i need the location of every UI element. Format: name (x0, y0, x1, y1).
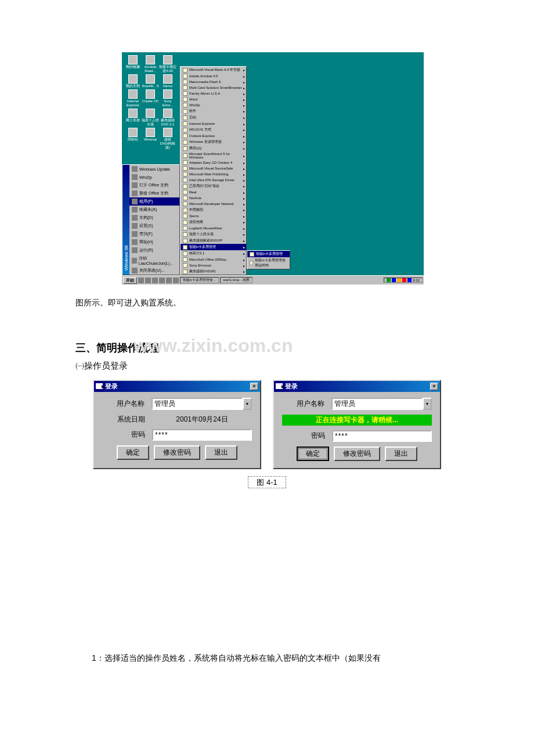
ok-button[interactable]: 确定 (117, 445, 149, 460)
submenu-item[interactable]: Microsoft Web Publishing▸ (181, 171, 246, 177)
exit-button[interactable]: 退出 (205, 445, 237, 460)
quicklaunch-icon[interactable] (152, 278, 158, 283)
submenu-item[interactable]: Outlook Express▸ (181, 133, 246, 139)
submenu-item[interactable]: NetAnts▸ (181, 195, 246, 201)
desktop-icon[interactable]: ScanW... 5 (142, 74, 159, 88)
change-pwd-button[interactable]: 修改密码 (334, 447, 380, 461)
submenu-item[interactable]: Microsoft Visual Basic 6.0 中文版▸ (181, 67, 246, 73)
clock: 8:32 (413, 279, 420, 282)
flyout-item[interactable]: 智能ic卡多用管理使用说明书 (247, 257, 290, 269)
submenu-item[interactable]: 智能ic卡多用管理▸ (181, 244, 246, 250)
start-menu-item[interactable]: 帮助(H) (129, 238, 179, 246)
desktop-icon[interactable]: 网上邻居 (124, 109, 142, 123)
submenu-item[interactable]: Internet Explorer▸ (181, 121, 246, 127)
submenu-item[interactable]: 虚拟光碟▸ (181, 219, 246, 225)
submenu-item[interactable]: Word▸ (181, 96, 246, 102)
submenu-item[interactable]: Real▸ (181, 189, 246, 195)
submenu-item[interactable]: Microsoft Visual SourceSafe▸ (181, 165, 246, 171)
submenu-item[interactable]: Sierra▸ (181, 213, 246, 219)
desktop-icon[interactable]: Create CD (142, 89, 159, 103)
start-menu-item[interactable]: 注销 LiaoChuanJun(L)... (129, 254, 179, 267)
start-menu-item[interactable]: 查找(F) (129, 230, 179, 238)
change-pwd-button[interactable]: 修改密码 (154, 445, 200, 460)
ok-button[interactable]: 确定 (297, 447, 329, 461)
start-menu-item[interactable]: 打开 Office 文档 (129, 181, 179, 189)
submenu-item[interactable]: 精英王5.1▸ (181, 250, 246, 257)
flyout-menu[interactable]: 智能ic卡多用管理智能ic卡多用管理使用说明书 (247, 250, 290, 269)
tray-icon[interactable] (402, 278, 406, 282)
submenu-item[interactable]: Adobe Acrobat 4.0▸ (181, 73, 246, 79)
start-menu-item[interactable]: 设置(S) (129, 222, 179, 230)
tray-icon[interactable] (407, 278, 412, 282)
start-menu-item[interactable]: 文档(D) (129, 214, 179, 222)
task-button[interactable]: start1.bmp - 画图 (220, 277, 252, 283)
close-icon[interactable]: × (430, 383, 438, 390)
start-menu-item[interactable]: Windows Update (129, 165, 179, 173)
desktop-icon[interactable]: 瑞星个人防火墙 (142, 109, 159, 127)
dropdown-icon[interactable]: ▼ (423, 398, 432, 410)
submenu-item[interactable]: Multi-Card Solution SmartBrowser▸ (181, 85, 246, 91)
start-menu-item[interactable]: 收藏夹(A) (129, 206, 179, 214)
quicklaunch-icon[interactable] (173, 278, 179, 283)
desktop-icon[interactable]: 我的文档 (124, 74, 142, 88)
submenu-item[interactable]: Family Album U.S.A▸ (181, 91, 246, 96)
flyout-item[interactable]: 智能ic卡多用管理 (247, 251, 290, 257)
submenu-item[interactable]: Intel Ultra ATA Storage Driver▸ (181, 177, 246, 183)
submenu-item[interactable]: Macromedia Flash 5▸ (181, 79, 246, 85)
exit-button[interactable]: 退出 (385, 447, 417, 461)
desktop-icon[interactable]: Sony Erics... (159, 89, 176, 107)
desktop-icon[interactable]: Demo (159, 74, 176, 88)
start-menu[interactable]: Windows 98 Windows UpdateWinZip打开 Office… (122, 164, 180, 275)
desktop-icon[interactable]: 回收站 (124, 128, 142, 142)
start-button[interactable]: 开始 (123, 277, 137, 284)
start-menu-item[interactable]: 程序(P) (129, 197, 179, 206)
quicklaunch-icon[interactable] (145, 278, 151, 283)
desktop-icon[interactable]: Internet Explorer (124, 89, 142, 107)
start-menu-item[interactable]: 新建 Office 文档 (129, 189, 179, 197)
desktop-icon[interactable]: 我的电脑 (124, 55, 142, 69)
desktop-icon[interactable]: 豪杰超级 DVD 2.1 (159, 109, 176, 127)
task-button[interactable]: 智能ic卡多用管理使... (180, 277, 219, 283)
section-heading: 三、简明操作流程 (75, 341, 459, 355)
submenu-item[interactable]: MS-DOS 方式▸ (181, 127, 246, 133)
programs-submenu[interactable]: Microsoft Visual Basic 6.0 中文版▸Adobe Acr… (180, 66, 247, 275)
submenu-item[interactable]: Sony Ericsson▸ (181, 262, 246, 268)
submenu-item[interactable]: 腾讯QQ▸ (181, 145, 246, 152)
close-icon[interactable]: × (250, 383, 258, 390)
tray-icon[interactable] (397, 278, 401, 282)
tray-icon[interactable] (387, 278, 391, 282)
tray-icon[interactable] (392, 278, 396, 282)
user-label: 用户名称 (102, 399, 145, 409)
body-text: 1：选择适当的操作员姓名，系统将自动将光标在输入密码的文本框中（如果没有 (75, 650, 459, 666)
user-combo[interactable] (151, 398, 243, 410)
quicklaunch-icon[interactable] (138, 278, 144, 283)
desktop-icon[interactable]: 智能卡测定器5.00 (159, 55, 176, 73)
submenu-item[interactable]: Microsoft Developer Network▸ (181, 201, 246, 207)
submenu-item[interactable]: 已禁用的"启动"项目▸ (181, 183, 246, 189)
user-combo[interactable] (331, 398, 423, 410)
submenu-item[interactable]: 附件▸ (181, 108, 246, 114)
start-menu-item[interactable]: 运行(R) (129, 246, 179, 254)
submenu-item[interactable]: 启动▸ (181, 114, 246, 121)
password-input[interactable] (152, 429, 252, 441)
dropdown-icon[interactable]: ▼ (243, 398, 252, 410)
submenu-item[interactable]: WinZip▸ (181, 102, 246, 108)
quicklaunch-icon[interactable] (159, 278, 165, 283)
submenu-item[interactable]: Windows 资源管理器▸ (181, 139, 246, 145)
desktop-icon[interactable]: 超级DVD(纯银版) (159, 128, 176, 150)
submenu-item[interactable]: Microtek ScanWizard 5 for Windows▸ (181, 152, 246, 160)
submenu-item[interactable]: 豪杰超级解霸2001XP▸ (181, 237, 246, 244)
password-input[interactable] (332, 430, 432, 442)
submenu-item[interactable]: 瑞星个人防火墙▸ (181, 231, 246, 237)
start-menu-item[interactable]: WinZip (129, 173, 179, 181)
submenu-item[interactable]: Logitech MouseWare▸ (181, 225, 246, 231)
submenu-item[interactable]: Adaptec Easy CD Creator 4▸ (181, 160, 246, 165)
submenu-item[interactable]: MicroSoft Office 2000xp▸ (181, 257, 246, 262)
submenu-item[interactable]: 豪杰超级DVD(III)▸ (181, 268, 246, 275)
start-menu-item[interactable]: 关闭系统(U)... (129, 267, 179, 275)
desktop-icon[interactable]: Acrobat Read... (142, 55, 159, 73)
quicklaunch-icon[interactable] (166, 278, 172, 283)
submenu-item[interactable]: 中国棋院▸ (181, 207, 246, 213)
desktop-icon[interactable]: Winamp (142, 128, 159, 142)
pwd-label: 密码 (282, 431, 325, 441)
